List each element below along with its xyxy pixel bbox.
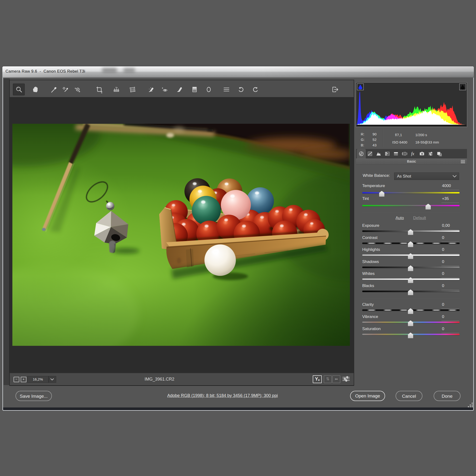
svg-text:fx: fx [411, 151, 414, 156]
